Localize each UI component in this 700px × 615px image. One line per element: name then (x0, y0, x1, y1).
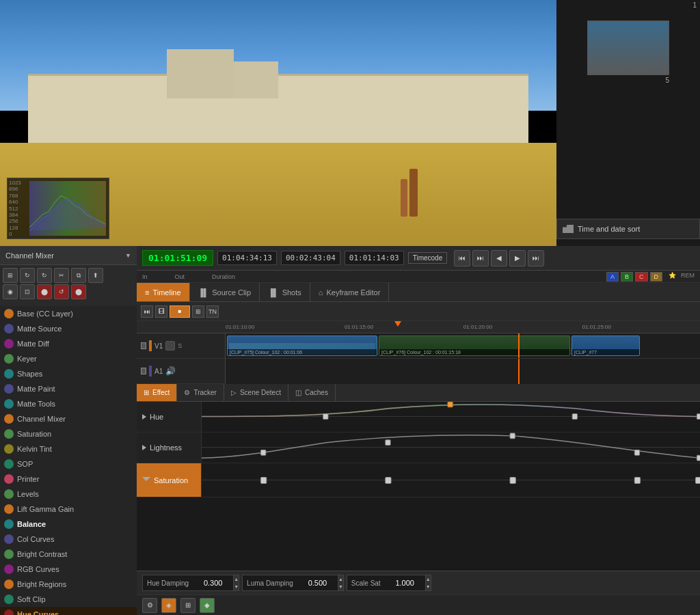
luma-damping-down[interactable]: ▼ (338, 583, 343, 590)
clip-76[interactable]: [CLIP_#76] Colour_102 : 00:01:15:18 (379, 336, 570, 356)
layer-lift-gamma-gain[interactable]: Lift Gamma Gain (0, 502, 137, 517)
layer-levels[interactable]: Levels (0, 487, 137, 502)
tab-timeline[interactable]: ≡ Timeline (137, 283, 190, 301)
marker-a[interactable]: A (606, 272, 619, 282)
timecode-duration[interactable]: 00:02:43:04 (281, 251, 340, 265)
layer-rgb-curves[interactable]: RGB Curves (0, 562, 137, 577)
curve-label-saturation[interactable]: Saturation (137, 463, 202, 497)
v1-s-label: S (178, 342, 182, 349)
tb-mode-btn[interactable]: ◉ (3, 284, 18, 299)
hue-damping-input[interactable]: 0.300 (194, 575, 232, 590)
right-thumbnail[interactable] (587, 20, 669, 75)
layer-printer[interactable]: Printer (0, 472, 137, 487)
play-btn[interactable]: ▶ (509, 250, 526, 266)
ruler-mark-1: 01:01:10:00 (226, 324, 254, 330)
marker-c[interactable]: C (635, 272, 648, 282)
tl-timeline-btn[interactable]: TN (206, 305, 219, 318)
bottom-btn-settings[interactable]: ⚙ (142, 598, 157, 613)
star-marker[interactable]: ⭐ (669, 272, 676, 282)
curve-label-lightness[interactable]: Lightness (137, 433, 202, 463)
tl-grid-btn[interactable]: ⊞ (192, 305, 204, 318)
hue-damping-label: Hue Damping (143, 579, 193, 587)
tab-source-clip-label: Source Clip (212, 288, 251, 297)
tl-film-btn[interactable]: 🎞 (155, 305, 167, 318)
timecode-mode-dropdown[interactable]: Timecode (408, 252, 448, 264)
next-frame-btn[interactable]: ⏭ (528, 250, 544, 266)
scale-sat-input[interactable]: 1.000 (386, 575, 424, 590)
layer-sop[interactable]: SOP (0, 456, 137, 472)
tb-record-btn[interactable]: ⬤ (37, 284, 52, 299)
rev-play-btn[interactable]: ◀ (491, 250, 507, 266)
scale-sat-arrows: ▲ ▼ (425, 575, 431, 590)
tb-record3-btn[interactable]: ⬤ (71, 284, 86, 299)
saturation-curve-svg (202, 463, 700, 497)
hue-damping-arrows: ▲ ▼ (233, 575, 239, 590)
tb-record2-btn[interactable]: ↺ (54, 284, 69, 299)
layer-icon-channel-mixer (4, 414, 14, 424)
tab-source-clip[interactable]: ▐▌ Source Clip (190, 283, 260, 301)
timecode-in[interactable]: 01:04:34:13 (217, 251, 277, 265)
layer-matte-diff[interactable]: Matte Diff (0, 336, 137, 351)
tb-refresh-btn[interactable]: ↻ (20, 268, 35, 283)
tb-cut-btn[interactable]: ✂ (54, 268, 69, 283)
rem-label: REM (681, 272, 695, 282)
layer-shapes[interactable]: Shapes (0, 366, 137, 381)
layer-kelvin-tint[interactable]: Kelvin Tint (0, 441, 137, 456)
saturation-curve-canvas[interactable] (202, 463, 700, 497)
tab-shots[interactable]: ▐▌ Shots (260, 283, 310, 301)
prev-track-btn[interactable]: ⏮ (454, 250, 470, 266)
bottom-btn-color[interactable]: ◈ (161, 598, 176, 613)
layer-channel-mixer[interactable]: Channel Mixer (0, 411, 137, 426)
layer-hue-curves[interactable]: Hue Curves (0, 607, 137, 615)
layer-label-balance: Balance (17, 520, 46, 528)
layer-soft-clip[interactable]: Soft Clip (0, 592, 137, 607)
clock-tower (167, 49, 234, 98)
histogram-labels: 1023 896 768 640 512 384 256 128 0 (9, 180, 21, 237)
timecode-main[interactable]: 01:01:51:09 (142, 250, 213, 266)
hue-damping-down[interactable]: ▼ (233, 583, 239, 590)
tb-grid-btn[interactable]: ⊞ (3, 268, 18, 283)
scale-sat-down[interactable]: ▼ (425, 583, 431, 590)
prev-frame-btn[interactable]: ⏭ (472, 250, 489, 266)
layer-saturation[interactable]: Saturation (0, 426, 137, 441)
layer-balance[interactable]: Balance (0, 517, 137, 532)
scale-sat-up[interactable]: ▲ (425, 575, 431, 583)
layer-bright-regions[interactable]: Bright Regions (0, 577, 137, 592)
channel-mixer-dropdown-icon[interactable]: ▼ (125, 252, 131, 259)
layer-col-curves[interactable]: Col Curves (0, 532, 137, 547)
lightness-curve-canvas[interactable] (202, 433, 700, 463)
tab-keyframe-editor[interactable]: ⌂ Keyframe Editor (310, 283, 390, 301)
bottom-btn-diamond[interactable]: ◆ (200, 598, 215, 613)
layer-keyer[interactable]: Keyer (0, 351, 137, 366)
tb-paste-btn[interactable]: ⬆ (88, 268, 103, 283)
clip-75[interactable]: [CLIP_#75] Colour_102 : 00:01:06 (227, 336, 377, 356)
bottom-btn-grid[interactable]: ⊞ (180, 598, 196, 613)
clip-77[interactable]: [CLIP_#77 (571, 336, 640, 356)
svg-rect-13 (386, 478, 391, 484)
curve-label-hue[interactable]: Hue (137, 402, 202, 432)
tab-tracker[interactable]: ⚙ Tracker (177, 384, 224, 401)
layer-bright-contrast[interactable]: Bright Contrast (0, 547, 137, 562)
layer-icon-sop (4, 459, 14, 469)
tb-link-btn[interactable]: ⊡ (20, 284, 35, 299)
tl-skip-btn[interactable]: ⏭ (141, 305, 153, 318)
timecode-out[interactable]: 01:01:14:03 (345, 251, 404, 265)
hue-curve-canvas[interactable] (202, 402, 700, 432)
layer-label-base: Base (CC Layer) (17, 310, 73, 318)
layer-matte-paint[interactable]: Matte Paint (0, 381, 137, 396)
tab-scene-detect[interactable]: ▷ Scene Detect (224, 384, 288, 401)
marker-d[interactable]: D (650, 272, 663, 282)
layer-matte-source[interactable]: Matte Source (0, 321, 137, 336)
layer-base-cc[interactable]: Base (CC Layer) (0, 306, 137, 321)
layer-matte-tools[interactable]: Matte Tools (0, 396, 137, 411)
tab-effect[interactable]: ⊞ Effect (137, 384, 177, 401)
luma-damping-up[interactable]: ▲ (338, 575, 343, 583)
tb-copy-btn[interactable]: ⧉ (71, 268, 86, 283)
tb-refresh2-btn[interactable]: ↻ (37, 268, 52, 283)
marker-b[interactable]: B (621, 272, 633, 282)
tl-orange-btn[interactable]: ■ (170, 305, 190, 318)
luma-damping-input[interactable]: 0.500 (299, 575, 336, 590)
hue-damping-up[interactable]: ▲ (233, 575, 239, 583)
layer-label-keyer: Keyer (17, 355, 37, 363)
tab-caches[interactable]: ◫ Caches (288, 384, 336, 401)
